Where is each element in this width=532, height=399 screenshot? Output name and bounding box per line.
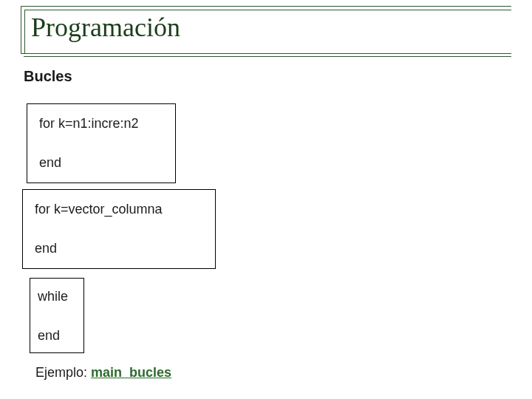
code-box-while: while end: [30, 278, 84, 353]
code-line: end: [35, 239, 203, 258]
code-line: for k=n1:incre:n2: [39, 115, 163, 133]
slide-title: Programación: [31, 12, 180, 43]
slide: Programación Bucles for k=n1:incre:n2 en…: [0, 0, 532, 399]
example-link[interactable]: main_bucles: [91, 365, 171, 380]
code-line: end: [39, 154, 163, 172]
code-line: end: [38, 327, 76, 345]
example-prefix: Ejemplo:: [35, 365, 91, 380]
slide-subtitle: Bucles: [24, 68, 72, 85]
title-underline: [21, 53, 511, 54]
code-box-for-vector: for k=vector_columna end: [22, 189, 216, 269]
code-box-for-range: for k=n1:incre:n2 end: [27, 103, 176, 183]
code-line: while: [38, 287, 76, 306]
example-line: Ejemplo: main_bucles: [35, 365, 171, 381]
title-underline-inner: [24, 56, 511, 57]
code-line: for k=vector_columna: [35, 200, 203, 219]
